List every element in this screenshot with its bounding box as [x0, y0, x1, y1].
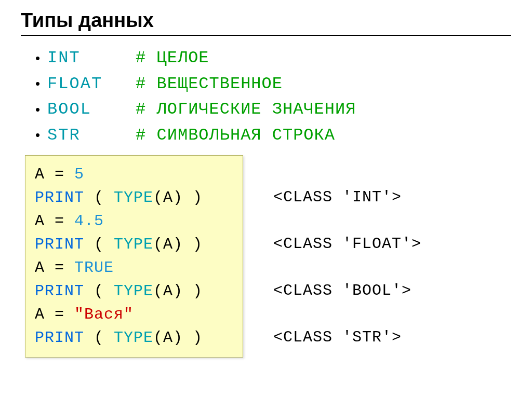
- bullet-icon: •: [35, 125, 40, 145]
- code-line-print-3: PRINT ( TYPE(A) ): [35, 280, 233, 303]
- output-bool: <CLASS 'BOOL'>: [273, 279, 421, 303]
- type-row-str: • STR # СИМВОЛЬНАЯ СТРОКА: [35, 122, 511, 148]
- type-row-float: • FLOAT # ВЕЩЕСТВЕННОЕ: [35, 71, 511, 97]
- output-spacer: [273, 209, 421, 232]
- code-line-assign-vasya: A = "Вася": [35, 303, 233, 326]
- code-line-print-1: PRINT ( TYPE(A) ): [35, 186, 233, 210]
- type-row-int: • INT # ЦЕЛОЕ: [35, 45, 511, 71]
- output-spacer: [273, 162, 421, 186]
- code-line-print-4: PRINT ( TYPE(A) ): [35, 326, 233, 350]
- bullet-icon: •: [35, 73, 40, 94]
- type-row-bool: • BOOL # ЛОГИЧЕСКИЕ ЗНАЧЕНИЯ: [35, 97, 511, 122]
- output-spacer: [273, 303, 421, 326]
- bullet-icon: •: [35, 99, 40, 120]
- output-str: <CLASS 'STR'>: [273, 326, 421, 349]
- code-block: A = 5 PRINT ( TYPE(A) ) A = 4.5 PRINT ( …: [25, 155, 243, 358]
- code-line-assign-5: A = 5: [35, 163, 233, 186]
- bullet-icon: •: [35, 48, 40, 68]
- type-comment: # ЛОГИЧЕСКИЕ ЗНАЧЕНИЯ: [136, 97, 356, 122]
- title-divider: [21, 35, 511, 36]
- type-comment: # ЦЕЛОЕ: [136, 45, 209, 71]
- type-comment: # ВЕЩЕСТВЕННОЕ: [136, 71, 283, 97]
- code-line-assign-45: A = 4.5: [35, 210, 233, 233]
- types-list: • INT # ЦЕЛОЕ • FLOAT # ВЕЩЕСТВЕННОЕ • B…: [35, 45, 511, 148]
- type-name: BOOL: [47, 97, 136, 122]
- type-name: INT: [47, 45, 136, 71]
- slide-title: Типы данных: [21, 9, 511, 32]
- type-name: STR: [47, 122, 136, 148]
- output-float: <CLASS 'FLOAT'>: [273, 232, 421, 256]
- code-line-assign-true: A = TRUE: [35, 256, 233, 280]
- output-spacer: [273, 256, 421, 279]
- output-int: <CLASS 'INT'>: [273, 186, 421, 209]
- output-block: <CLASS 'INT'> <CLASS 'FLOAT'> <CLASS 'BO…: [273, 155, 421, 349]
- type-comment: # СИМВОЛЬНАЯ СТРОКА: [136, 122, 335, 148]
- code-example-row: A = 5 PRINT ( TYPE(A) ) A = 4.5 PRINT ( …: [25, 155, 511, 358]
- type-name: FLOAT: [47, 71, 136, 97]
- code-line-print-2: PRINT ( TYPE(A) ): [35, 233, 233, 256]
